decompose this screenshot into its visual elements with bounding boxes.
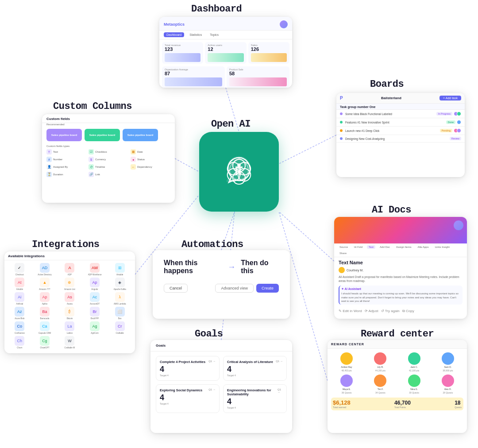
int-item-0: ✓ Checkout: [8, 263, 31, 276]
status-field-label: Status: [137, 158, 145, 161]
dashboard-logo: Metaoptics: [164, 22, 185, 27]
int-icon-16: Ba: [40, 307, 50, 317]
assigned-field-label: Assigned By: [53, 166, 68, 168]
cc-board-0: Sales pipeline board: [46, 129, 82, 141]
reward-avatar-7: [442, 375, 454, 387]
reward-avatar-2: [408, 352, 420, 365]
task-text-1: Features #1 New Innovative Sprint: [345, 121, 443, 124]
aidocs-tool-apps[interactable]: Alla Apps: [416, 245, 430, 249]
duration-field-label: Duration: [53, 173, 63, 176]
goal-0-num: 4: [160, 365, 216, 374]
integrations-title: Available Integrations: [8, 254, 131, 258]
int-item-6: ▲ Amazon 777: [33, 278, 57, 290]
metric-2: Sales 126: [248, 42, 289, 64]
label-dashboard: Dashboard: [191, 4, 242, 15]
aidocs-copy-icon[interactable]: ⧉ Copy: [402, 309, 414, 313]
metric-0-value: 123: [165, 46, 200, 52]
reward-avatar-4: [340, 375, 353, 387]
metric-extra-1: Product Sale 58: [227, 66, 289, 88]
label-reward: Reward center: [361, 328, 434, 340]
automations-advanced-button[interactable]: Advanced view: [215, 284, 254, 293]
task-text-3: Designing New Cost-Analyzing: [345, 137, 447, 140]
goals-grid: Complete 4 Project Activities Q1 → 4 Tar…: [150, 351, 292, 417]
goal-2-q: Q1 →: [208, 388, 216, 391]
task-text-0: Some Idea Black Functional Labeled: [345, 112, 434, 116]
ai-docs-card: Source Hi Fold Text Add Doc Assign Items…: [334, 217, 467, 319]
dashboard-tab-0[interactable]: Dashboard: [164, 32, 184, 37]
automations-create-button[interactable]: Create: [256, 284, 279, 293]
goal-0-target: Target 4: [160, 374, 216, 377]
int-icon-19: ⬜: [115, 307, 125, 317]
int-name-2: ADP: [68, 274, 72, 276]
aidocs-tool-adddoc[interactable]: Add Doc: [378, 245, 392, 249]
boards-add-task[interactable]: + Add task: [439, 96, 461, 100]
assigned-field-icon: 👤: [46, 164, 52, 170]
task-dot-2: [340, 129, 343, 132]
int-icon-7: ⊕: [65, 278, 74, 287]
task-badge-2: Pending: [440, 129, 452, 132]
goals-header-title: Goals: [156, 344, 287, 348]
text-field-icon: T: [46, 149, 52, 154]
int-item-10: Ai Artificial: [8, 292, 31, 305]
aidocs-tool-text[interactable]: Text: [367, 245, 375, 249]
goal-1-header: Critical Analysis of Literature Q1 →: [227, 360, 283, 365]
number-field-icon: #: [46, 157, 52, 162]
reward-highlight: $6,128 Total earned 46,700 Total Points …: [331, 398, 463, 410]
custom-columns-card: Custom fields Recommended Sales pipeline…: [42, 114, 175, 203]
int-item-17: ₿ Bitcoin: [58, 307, 81, 320]
aidocs-tool-assign[interactable]: Assign Items: [394, 245, 413, 249]
aidocs-content: All Assistant Draft a proposal for manif…: [339, 275, 463, 283]
cc-field-dependency: ↔ Dependency: [131, 164, 170, 170]
int-item-18: Br BrubYPP: [83, 307, 107, 320]
automations-card: When this happens → Then do this Cancel …: [153, 250, 290, 319]
timeline-field-label: Timeline: [95, 166, 105, 168]
int-name-26: ChainGPT: [40, 347, 49, 349]
aidocs-tryagain-icon[interactable]: ↺ Try again: [381, 309, 400, 313]
task-text-2: Launch new #1 Deep Click: [345, 129, 437, 132]
avatar-mini: [457, 112, 461, 116]
aidocs-tool-insight[interactable]: Links Insight: [433, 245, 451, 249]
aidocs-user-row: Courtney M.: [339, 267, 463, 273]
metric-0: Total revenue 123: [162, 42, 203, 64]
reward-pts-6: 30 Quests: [409, 391, 419, 394]
aidocs-tool-source[interactable]: Source: [338, 245, 350, 249]
reward-person-6: Nina G. 30 Quests: [399, 375, 430, 394]
int-item-2: A ADP: [58, 263, 81, 276]
automations-cancel-button[interactable]: Cancel: [164, 284, 188, 293]
openai-logo: [199, 132, 279, 212]
int-icon-11: Ap: [40, 292, 50, 302]
reward-pts-block: 46,700 Total Points: [394, 400, 411, 409]
dashboard-tab-2[interactable]: Topics: [207, 32, 221, 37]
int-item-13: Ac AccountDT: [83, 292, 107, 305]
reward-person-3: Sam D. 38,900 pts: [432, 352, 463, 372]
goal-0: Complete 4 Project Activities Q1 → 4 Tar…: [156, 356, 220, 381]
link-field-icon: 🔗: [89, 172, 94, 177]
int-icon-1: AD: [40, 263, 50, 273]
aidocs-tool-share[interactable]: Share: [338, 251, 348, 255]
int-icon-25: Ch: [15, 336, 24, 346]
boards-header: P Balisterland + Add task: [336, 93, 465, 104]
cc-title: Custom fields: [46, 117, 170, 121]
reward-pts-1: 44,200 pts: [375, 369, 385, 372]
integrations-grid: ✓ Checkout AD Active Directory A ADP AW …: [4, 260, 135, 351]
reward-count-sub: Quests: [455, 406, 462, 409]
reward-avatar-6: [408, 375, 420, 387]
aidocs-adjust-icon[interactable]: ⟳ Adjust: [365, 309, 378, 313]
task-badge-3: Review: [450, 137, 461, 140]
cc-types-title: Custom fields types: [46, 145, 170, 147]
dashboard-tab-1[interactable]: Statistics: [187, 32, 204, 37]
aidocs-tool-fold[interactable]: Hi Fold: [352, 245, 364, 249]
int-name-3: ADP Workforce: [88, 274, 102, 276]
metric-2-chart: [251, 53, 287, 62]
dashboard-tabs: Dashboard Statistics Topics: [159, 31, 292, 39]
dashboard-header: Metaoptics: [159, 17, 292, 31]
reward-name-6: Nina G.: [410, 388, 418, 390]
int-icon-17: ₿: [65, 307, 74, 317]
goal-2-title: Exploring Social Dynamics: [160, 388, 202, 392]
task-avatars-1: [458, 120, 461, 124]
int-name-20: Confluence: [15, 332, 25, 334]
int-icon-8: Ap: [90, 278, 100, 287]
goal-1-target: Target 4: [227, 374, 283, 377]
int-icon-22: La: [65, 321, 74, 331]
aidocs-edit-icon[interactable]: ✎ Edit in Word: [339, 309, 362, 313]
